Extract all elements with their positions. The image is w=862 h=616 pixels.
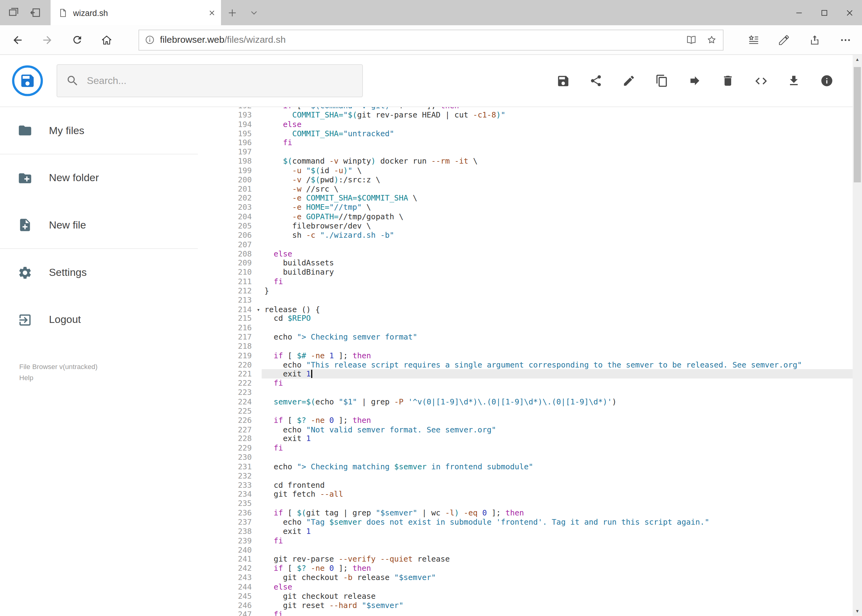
code-line[interactable]: 222 fi: [222, 379, 862, 388]
code-line[interactable]: 245 git checkout release: [222, 591, 862, 600]
reading-view-icon[interactable]: [686, 34, 697, 46]
close-window-button[interactable]: [837, 0, 862, 25]
code-line[interactable]: 211 fi: [222, 277, 862, 286]
code-line[interactable]: 210 buildBinary: [222, 267, 862, 277]
code-line[interactable]: 213: [222, 295, 862, 305]
sidebar-item-logout[interactable]: Logout: [0, 296, 198, 344]
sidebar-item-my-files[interactable]: My files: [0, 107, 198, 154]
code-line[interactable]: 214▾release () {: [222, 305, 862, 314]
new-tab-button[interactable]: [221, 0, 243, 25]
code-line[interactable]: 236 if [ $(git tag | grep "$semver" | wc…: [222, 508, 862, 518]
code-line[interactable]: 201 -w //src \: [222, 184, 862, 193]
annotate-icon[interactable]: [775, 31, 793, 49]
code-line[interactable]: 218: [222, 342, 862, 351]
share-file-icon[interactable]: [585, 70, 607, 92]
refresh-icon[interactable]: [65, 28, 89, 52]
code-line[interactable]: 233 cd frontend: [222, 480, 862, 490]
home-icon[interactable]: [95, 28, 119, 52]
scroll-down-icon[interactable]: ▼: [853, 607, 862, 616]
code-line[interactable]: 197: [222, 147, 862, 157]
code-line[interactable]: 192 if [ "$(command -v git)" != "" ]; th…: [222, 107, 862, 110]
sidebar-item-settings[interactable]: Settings: [0, 249, 198, 296]
code-line[interactable]: 227 echo "Not valid semver format. See s…: [222, 425, 862, 434]
back-icon[interactable]: [6, 28, 30, 52]
code-line[interactable]: 199 -u "$(id -u)" \: [222, 166, 862, 175]
tab-preview-icon[interactable]: [8, 6, 20, 19]
code-line[interactable]: 237 echo "Tag $semver does not exist in …: [222, 518, 862, 527]
code-line[interactable]: 198 $(command -v winpty) docker run --rm…: [222, 157, 862, 166]
scrollbar-thumb[interactable]: [854, 67, 861, 182]
browser-tab[interactable]: wizard.sh: [50, 0, 221, 25]
fold-arrow-icon[interactable]: ▾: [257, 305, 260, 314]
download-icon[interactable]: [783, 70, 805, 92]
code-line[interactable]: 234 git fetch --all: [222, 490, 862, 499]
code-line[interactable]: 226 if [ $? -ne 0 ]; then: [222, 416, 862, 425]
vertical-scrollbar[interactable]: ▲ ▼: [853, 55, 862, 616]
edit-icon[interactable]: [618, 70, 640, 92]
code-line[interactable]: 216: [222, 323, 862, 332]
code-line[interactable]: 243 git checkout -b release "$semver": [222, 573, 862, 582]
code-line[interactable]: 205 filebrowser/dev \: [222, 222, 862, 231]
code-line[interactable]: 238 exit 1: [222, 527, 862, 536]
code-line[interactable]: 247 fi: [222, 610, 862, 616]
code-line[interactable]: 217 echo "> Checking semver format": [222, 332, 862, 342]
code-line[interactable]: 206 sh -c "./wizard.sh -b": [222, 231, 862, 240]
delete-icon[interactable]: [717, 70, 739, 92]
more-icon[interactable]: [837, 31, 854, 49]
code-line[interactable]: 219 if [ $# -ne 1 ]; then: [222, 351, 862, 360]
code-line[interactable]: 223: [222, 388, 862, 397]
code-line[interactable]: 196 fi: [222, 138, 862, 147]
minimize-button[interactable]: [786, 0, 811, 25]
code-line[interactable]: 239 fi: [222, 536, 862, 545]
favorite-star-icon[interactable]: [706, 34, 718, 46]
code-editor[interactable]: 192 if [ "$(command -v git)" != "" ]; th…: [222, 107, 862, 616]
code-line[interactable]: 246 git reset --hard "$semver": [222, 600, 862, 610]
close-tab-icon[interactable]: [208, 9, 216, 16]
code-line[interactable]: 232: [222, 471, 862, 480]
code-line[interactable]: 212}: [222, 286, 862, 295]
set-tabs-aside-icon[interactable]: [30, 6, 41, 19]
code-line[interactable]: 230: [222, 453, 862, 462]
copy-icon[interactable]: [651, 70, 673, 92]
tab-dropdown-icon[interactable]: [243, 0, 265, 25]
code-line[interactable]: 228 exit 1: [222, 434, 862, 443]
scroll-up-icon[interactable]: ▲: [853, 55, 862, 64]
sidebar-item-new-file[interactable]: New file: [0, 202, 198, 249]
maximize-button[interactable]: [812, 0, 837, 25]
code-line[interactable]: 203 -e HOME="//tmp" \: [222, 203, 862, 212]
code-line[interactable]: 221 exit 1: [222, 369, 862, 379]
code-line[interactable]: 194 else: [222, 119, 862, 129]
code-line[interactable]: 220 echo "This release script requires a…: [222, 360, 862, 369]
save-icon[interactable]: [552, 70, 574, 92]
raw-code-icon[interactable]: [750, 70, 772, 92]
code-line[interactable]: 200 -v /$(pwd):/src:z \: [222, 175, 862, 184]
code-line[interactable]: 224 semver=$(echo "$1" | grep -P '^v(0|[…: [222, 398, 862, 407]
code-line[interactable]: 240: [222, 545, 862, 555]
code-line[interactable]: 193 COMMIT_SHA="$(git rev-parse HEAD | c…: [222, 110, 862, 119]
forward-icon[interactable]: [35, 28, 59, 52]
share-icon[interactable]: [806, 31, 824, 49]
code-line[interactable]: 208 else: [222, 249, 862, 258]
code-line[interactable]: 195 COMMIT_SHA="untracked": [222, 129, 862, 138]
code-line[interactable]: 229 fi: [222, 443, 862, 453]
search-input[interactable]: Search...: [57, 64, 363, 97]
code-line[interactable]: 241 git rev-parse --verify --quiet relea…: [222, 555, 862, 564]
code-line[interactable]: 215 cd $REPO: [222, 314, 862, 323]
move-icon[interactable]: [684, 70, 706, 92]
code-line[interactable]: 204 -e GOPATH=//tmp/gopath \: [222, 212, 862, 222]
app-logo[interactable]: [12, 66, 43, 96]
code-line[interactable]: 207: [222, 240, 862, 249]
code-line[interactable]: 202 -e COMMIT_SHA=$COMMIT_SHA \: [222, 194, 862, 203]
code-line[interactable]: 231 echo "> Checking matching $semver in…: [222, 462, 862, 471]
code-line[interactable]: 242 if [ $? -ne 0 ]; then: [222, 564, 862, 573]
hub-icon[interactable]: [744, 31, 762, 49]
help-link[interactable]: Help: [19, 372, 98, 383]
sidebar-item-new-folder[interactable]: New folder: [0, 154, 198, 202]
code-line[interactable]: 225: [222, 407, 862, 416]
code-line[interactable]: 244 else: [222, 582, 862, 591]
info-icon[interactable]: [816, 70, 838, 92]
url-field[interactable]: filebrowser.web/files/wizard.sh: [139, 30, 723, 50]
code-line[interactable]: 209 buildAssets: [222, 258, 862, 267]
code-line[interactable]: 235: [222, 499, 862, 508]
site-info-icon[interactable]: [145, 35, 155, 45]
